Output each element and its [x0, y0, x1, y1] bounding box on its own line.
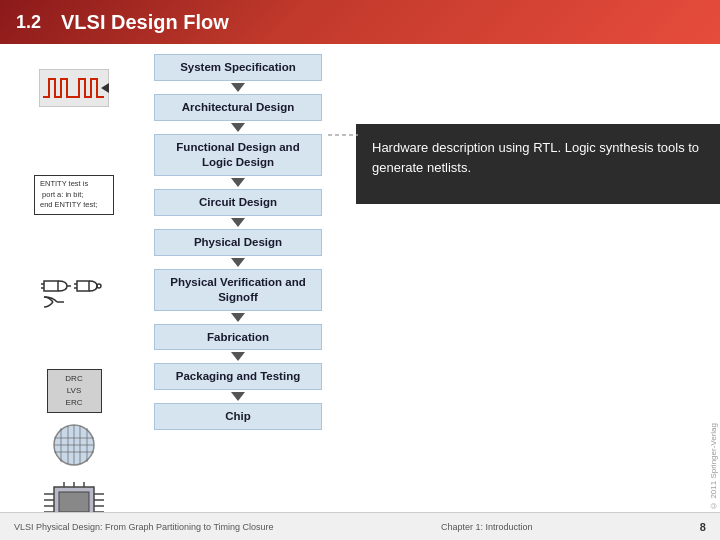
icons-column: ENTITY test is port a: in bit; end ENTIT…: [0, 44, 148, 540]
grid-icon: [47, 424, 102, 466]
page-number: 8: [700, 521, 706, 533]
waveform-icon-block: [29, 62, 119, 114]
description-column: Hardware description using RTL. Logic sy…: [328, 44, 720, 540]
drc-icon-block: DRCLVSERC: [29, 365, 119, 417]
gates-icon-block: [29, 268, 119, 320]
arrow-2: [231, 178, 245, 187]
flow-step-arch-design: Architectural Design: [154, 94, 322, 121]
grid-icon-block: [29, 419, 119, 471]
flow-step-sys-spec: System Specification: [154, 54, 322, 81]
drc-box: DRCLVSERC: [47, 369, 102, 413]
section-number: 1.2: [16, 12, 41, 33]
flow-step-physical: Physical Design: [154, 229, 322, 256]
flow-step-circuit: Circuit Design: [154, 189, 322, 216]
flow-column: System Specification Architectural Desig…: [148, 44, 328, 540]
arrow-5: [231, 313, 245, 322]
arrow-3: [231, 218, 245, 227]
connector-line: [328, 134, 358, 136]
svg-rect-21: [59, 492, 89, 512]
arrow-6: [231, 352, 245, 361]
entity-box: ENTITY test is port a: in bit; end ENTIT…: [34, 175, 114, 215]
page-footer: VLSI Physical Design: From Graph Partiti…: [0, 512, 720, 540]
svg-rect-7: [77, 281, 89, 291]
arrow-1: [231, 123, 245, 132]
flow-step-fabrication: Fabrication: [154, 324, 322, 351]
gates-icon: [39, 275, 109, 313]
svg-point-8: [97, 284, 101, 288]
description-box: Hardware description using RTL. Logic sy…: [356, 124, 720, 204]
main-content: ENTITY test is port a: in bit; end ENTIT…: [0, 44, 720, 540]
flow-step-func-logic: Functional Design and Logic Design: [154, 134, 322, 176]
description-text: Hardware description using RTL. Logic sy…: [372, 140, 699, 175]
footer-center: Chapter 1: Introduction: [441, 522, 533, 532]
flow-step-packaging: Packaging and Testing: [154, 363, 322, 390]
footer-left: VLSI Physical Design: From Graph Partiti…: [14, 522, 274, 532]
arrow-7: [231, 392, 245, 401]
entity-icon-block: ENTITY test is port a: in bit; end ENTIT…: [29, 169, 119, 221]
flow-step-phys-verify: Physical Verification and Signoff: [154, 269, 322, 311]
page-title: VLSI Design Flow: [61, 11, 229, 34]
svg-rect-3: [44, 281, 58, 291]
page-header: 1.2 VLSI Design Flow: [0, 0, 720, 44]
arrow-0: [231, 83, 245, 92]
waveform-icon: [39, 69, 109, 107]
flow-step-chip: Chip: [154, 403, 322, 430]
watermark: © 2011 Springer-Verlag: [709, 423, 718, 510]
arrow-4: [231, 258, 245, 267]
